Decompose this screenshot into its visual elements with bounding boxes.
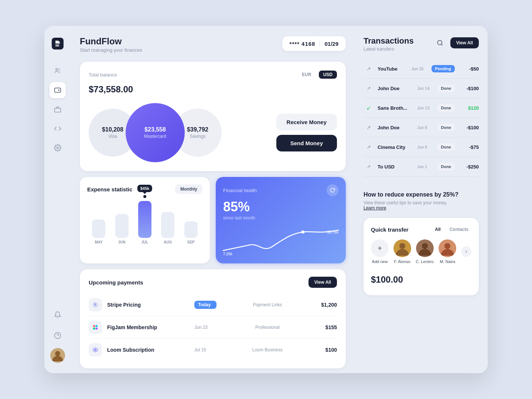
sidebar-item-briefcase[interactable] [50, 101, 66, 117]
johndoe2-direction-icon: ↗ [364, 122, 374, 133]
payment-loom: Loom Subscription Jul 15 Loom Business $… [89, 339, 337, 361]
transactions-search-btn[interactable] [433, 36, 447, 50]
svg-point-10 [55, 351, 60, 356]
youtube-direction-icon: ↗ [364, 64, 374, 74]
page-header: FundFlow Start managing your finances **… [80, 36, 346, 53]
send-row: Send [371, 271, 471, 288]
expense-title: Expense statistic [87, 186, 133, 192]
currency-eur-btn[interactable]: EUR [297, 71, 316, 79]
qt-tab-contacts[interactable]: Contacts [447, 225, 471, 233]
savings-label: Savings [190, 134, 206, 139]
balance-card: Total balance EUR USD $73,558.00 $10,208… [80, 62, 346, 171]
naira-name: M. Naira [440, 259, 456, 264]
notifications-icon[interactable] [50, 307, 66, 323]
balance-header: Total balance EUR USD [89, 71, 337, 79]
send-amount-input[interactable] [371, 274, 487, 285]
card-expiry: 01/29 [324, 41, 338, 47]
svg-point-1 [56, 68, 58, 70]
stats-row: Expense statistic Monthly MAY JUN $45k [80, 177, 346, 263]
contact-alonso[interactable]: F. Alonso [393, 239, 411, 264]
svg-rect-15 [96, 328, 98, 330]
johndoe1-direction-icon: ↗ [364, 83, 374, 93]
card-number: **** 4168 [290, 41, 316, 47]
health-label-low: 7.26k [223, 252, 232, 256]
stripe-date: Today [194, 301, 216, 309]
app-logo [50, 36, 65, 51]
currency-toggle: EUR USD [297, 71, 337, 79]
quick-transfer-card: Quick transfer All Contacts + Add new [364, 218, 479, 295]
johndoe1-amount: -$100 [458, 86, 479, 91]
bar-aug-bar [161, 212, 174, 238]
add-new-contact[interactable]: + Add new [371, 239, 389, 264]
transactions-header: Transactions Latest transfers View All [364, 36, 479, 52]
sans-name: Sans Broth... [378, 105, 417, 111]
sidebar-item-settings[interactable] [50, 140, 66, 156]
transactions-view-all-btn[interactable]: View All [450, 37, 479, 48]
youtube-name: YouTube [378, 66, 412, 72]
bar-sep-bar [184, 221, 198, 238]
cinema-name: Cinema City [378, 144, 417, 150]
cinema-direction-icon: ↗ [364, 142, 374, 152]
figjam-name: FigJam Membership [107, 324, 194, 330]
transaction-johndoe1: ↗ John Doe Jun 14 Done -$100 [364, 79, 479, 98]
balance-label: Total balance [89, 72, 117, 78]
sidebar-item-users[interactable] [50, 63, 66, 79]
sidebar-nav [50, 63, 66, 307]
svg-point-18 [437, 40, 442, 45]
tips-subtitle-text: View these useful tips to save your mone… [364, 200, 447, 205]
sidebar-item-code[interactable] [50, 120, 66, 137]
send-money-button[interactable]: Send Money [276, 135, 337, 151]
youtube-amount: -$50 [458, 66, 479, 72]
mastercard-label: Mastercard [144, 134, 166, 139]
bar-aug-label: AUG [164, 240, 172, 244]
contact-leclerc[interactable]: C. Leclerc [416, 239, 434, 264]
svg-point-23 [422, 243, 428, 249]
savings-amount: $39,792 [187, 126, 208, 133]
add-new-icon: + [371, 239, 389, 257]
figjam-icon [89, 321, 102, 334]
payments-view-all-btn[interactable]: View All [308, 277, 337, 288]
loom-icon [89, 343, 102, 357]
health-label-high: 16.75k [327, 230, 338, 234]
figjam-category: Professional [224, 325, 311, 330]
sans-date: Jun 13 [417, 106, 434, 110]
expense-filter-btn[interactable]: Monthly [175, 184, 202, 194]
contact-naira[interactable]: M. Naira [439, 239, 456, 264]
bar-jun: JUN [115, 214, 129, 244]
transaction-youtube: ↗ YouTube Jun 15 Pending -$50 [364, 59, 479, 79]
payment-figjam: FigJam Membership Jun 23 Professional $1… [89, 316, 337, 339]
header-title-group: FundFlow Start managing your finances [80, 36, 142, 53]
payments-title: Upcoming payments [89, 279, 143, 286]
currency-usd-btn[interactable]: USD [319, 71, 337, 79]
receive-money-button[interactable]: Receive Money [276, 114, 337, 130]
refresh-button[interactable] [327, 184, 338, 196]
svg-rect-14 [93, 328, 95, 330]
svg-rect-13 [96, 325, 98, 327]
main-content: FundFlow Start managing your finances **… [71, 26, 355, 373]
stripe-amount: $1,200 [311, 302, 337, 308]
transactions-title-group: Transactions Latest transfers [364, 36, 414, 52]
qt-tab-all[interactable]: All [432, 225, 443, 233]
contacts-chevron[interactable]: › [461, 246, 471, 257]
balance-amount: $73,558.00 [89, 80, 337, 96]
bar-jul-label: JUL [141, 240, 149, 244]
sidebar-item-wallet[interactable] [50, 82, 66, 98]
bar-jun-bar [115, 214, 129, 238]
sans-amount: $120 [458, 105, 479, 111]
card-divider [320, 40, 320, 47]
learn-more-link[interactable]: Learn more [364, 205, 386, 211]
user-avatar[interactable] [50, 348, 65, 363]
sans-status: Done [437, 104, 455, 112]
bar-aug: AUG [161, 212, 174, 244]
svg-point-21 [399, 243, 405, 249]
svg-line-19 [441, 44, 442, 45]
stripe-name: Stripe Pricing [107, 302, 194, 308]
transactions-subtitle: Latest transfers [364, 47, 414, 52]
help-icon[interactable] [50, 327, 66, 344]
cinema-date: Jun 6 [417, 145, 434, 149]
contacts-row: + Add new F. Alonso [371, 239, 471, 264]
bar-dot [143, 195, 146, 198]
tips-section: How to reduce expenses by 25%? View thes… [364, 184, 479, 211]
bar-may-label: MAY [95, 240, 103, 244]
health-chart: 7.26k 16.75k [223, 226, 338, 256]
